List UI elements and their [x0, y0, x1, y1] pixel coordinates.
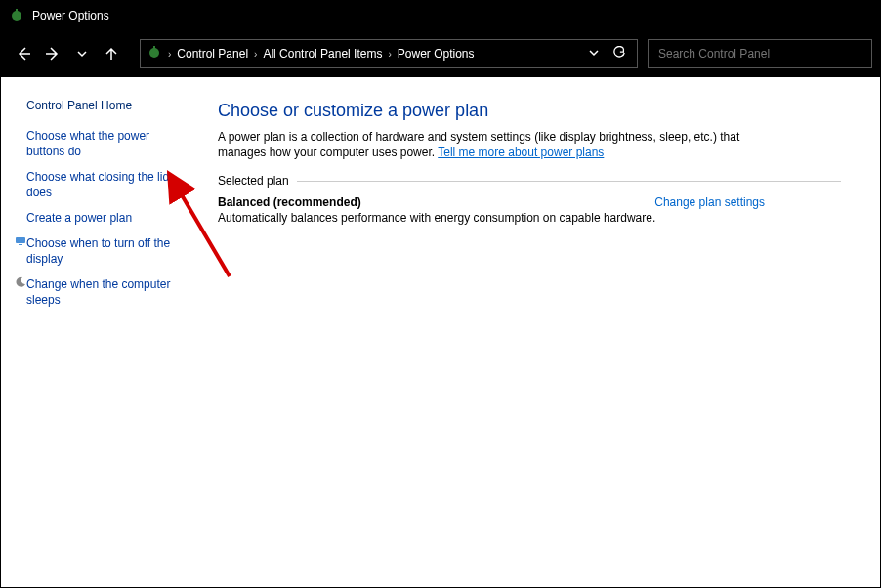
sidebar-item-computer-sleeps[interactable]: Change when the computer sleeps [26, 276, 187, 308]
sidebar-item-turn-off-display[interactable]: Choose when to turn off the display [26, 235, 187, 267]
sidebar-item-power-buttons[interactable]: Choose what the power buttons do [26, 128, 187, 159]
breadcrumb-control-panel[interactable]: Control Panel› [177, 47, 257, 61]
svg-rect-1 [16, 9, 18, 14]
back-button[interactable] [9, 39, 38, 68]
plan-description: Automatically balances performance with … [218, 211, 841, 225]
recent-locations-button[interactable] [67, 39, 97, 68]
monitor-icon [15, 235, 26, 249]
chevron-right-icon: › [168, 49, 171, 60]
breadcrumb-power-options[interactable]: Power Options [398, 47, 475, 61]
up-button[interactable] [97, 39, 126, 68]
learn-more-link[interactable]: Tell me more about power plans [438, 146, 604, 159]
main-panel: Choose or customize a power plan A power… [194, 77, 880, 587]
address-bar[interactable]: › Control Panel› All Control Panel Items… [140, 39, 638, 68]
title-bar: Power Options [1, 1, 880, 30]
selected-plan-group: Selected plan [218, 174, 841, 188]
divider [297, 181, 841, 182]
plan-name: Balanced (recommended) [218, 195, 361, 209]
nav-bar: › Control Panel› All Control Panel Items… [1, 30, 880, 77]
svg-rect-5 [19, 244, 22, 245]
svg-rect-3 [153, 46, 155, 51]
moon-icon [15, 276, 26, 290]
content-area: Control Panel Home Choose what the power… [1, 77, 880, 587]
breadcrumb-all-items[interactable]: All Control Panel Items› [263, 47, 391, 61]
blank-icon [15, 210, 26, 224]
group-label: Selected plan [218, 174, 289, 188]
app-icon [9, 8, 24, 23]
page-heading: Choose or customize a power plan [218, 101, 841, 121]
address-history-button[interactable] [584, 47, 604, 62]
svg-rect-4 [16, 237, 25, 243]
window-title: Power Options [32, 9, 109, 22]
forward-button[interactable] [38, 39, 67, 68]
sidebar-home-link[interactable]: Control Panel Home [26, 99, 187, 112]
blank-icon [15, 128, 26, 142]
search-input[interactable] [648, 39, 872, 68]
page-description: A power plan is a collection of hardware… [218, 129, 784, 160]
address-icon [147, 45, 162, 63]
refresh-button[interactable] [609, 46, 629, 63]
sidebar: Control Panel Home Choose what the power… [1, 77, 194, 587]
sidebar-item-create-plan[interactable]: Create a power plan [26, 210, 132, 226]
sidebar-item-closing-lid[interactable]: Choose what closing the lid does [26, 169, 187, 200]
blank-icon [15, 169, 26, 183]
change-plan-settings-link[interactable]: Change plan settings [654, 195, 765, 209]
